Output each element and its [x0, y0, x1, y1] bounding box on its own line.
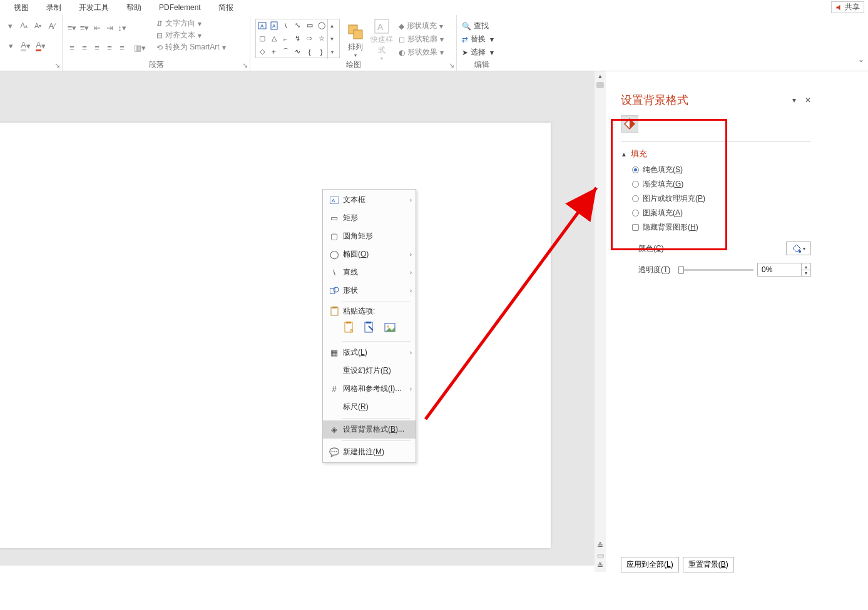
increase-font-icon[interactable]: A▴ — [18, 19, 30, 33]
numbering-icon[interactable]: ≡▾ — [79, 22, 90, 33]
cm-grid-guides[interactable]: # 网格和参考线(I)... › — [323, 380, 416, 398]
shape-star-icon[interactable]: ☆ — [315, 33, 327, 44]
align-text-button[interactable]: ⊟ 对齐文本 ▾ — [154, 29, 228, 41]
shape-fill-button[interactable]: ◆ 形状填充 ▾ — [397, 20, 445, 32]
columns-icon[interactable]: ▥▾ — [134, 42, 145, 53]
shape-outline-button[interactable]: ◻ 形状轮廓 ▾ — [397, 33, 445, 45]
cm-ruler[interactable]: 标尺(R) — [323, 398, 416, 416]
char-spacing-icon[interactable]: ▾ — [4, 39, 18, 53]
shapes-scroll-up[interactable]: ▲ — [328, 19, 336, 33]
paste-use-destination[interactable]: a — [342, 320, 358, 336]
align-center-icon[interactable]: ≡ — [79, 42, 90, 53]
scroll-thumb[interactable] — [596, 82, 604, 88]
shape-arrow-icon[interactable]: ⇨ — [304, 33, 315, 44]
clear-format-icon[interactable]: A⁄ — [46, 19, 58, 33]
select-button[interactable]: ➤ 选择 ▾ — [461, 46, 503, 58]
reset-background-button[interactable]: 重置背景(B) — [683, 557, 734, 572]
cm-textbox[interactable]: A 文本框 › — [323, 191, 416, 209]
shape-arc-icon[interactable]: ⌒ — [280, 46, 292, 58]
slider-knob[interactable] — [678, 266, 684, 274]
decrease-font-icon[interactable]: A▾ — [32, 19, 44, 33]
color-picker-button[interactable]: ▾ — [786, 241, 811, 255]
paragraph-dialog-launcher[interactable]: ↘ — [241, 62, 248, 69]
shape-round-rect-icon[interactable]: ▢ — [256, 33, 268, 44]
shape-double-line-icon[interactable]: ⤡ — [292, 19, 304, 31]
transparency-spinner[interactable]: ▲ ▼ — [757, 263, 811, 277]
gradient-fill-radio[interactable]: 渐变填充(G) — [632, 179, 811, 190]
shape-brace-left-icon[interactable]: { — [304, 46, 315, 58]
paste-picture[interactable] — [382, 320, 398, 336]
hide-bg-checkbox[interactable]: 隐藏背景图形(H) — [632, 222, 811, 233]
shapes-gallery[interactable]: A A \ ⤡ ▭ ◯ ▢ △ ⌐ ↯ ⇨ — [255, 19, 340, 58]
cm-line[interactable]: \ 直线 › — [323, 263, 416, 282]
tab-pdfelement[interactable]: PDFelement — [150, 2, 210, 13]
cm-rounded-rect[interactable]: ▢ 圆角矩形 — [323, 227, 416, 245]
font-color-icon[interactable]: A▾ — [34, 39, 48, 53]
shape-curve-icon[interactable]: ∿ — [292, 46, 304, 58]
replace-button[interactable]: ⇄ 替换 ▾ — [461, 33, 503, 45]
text-direction-button[interactable]: ⇵ 文字方向 ▾ — [154, 18, 228, 29]
shape-vtextbox-icon[interactable]: A — [268, 19, 280, 31]
shape-effects-button[interactable]: ◐ 形状效果 ▾ — [397, 46, 445, 58]
pane-options-icon[interactable]: ▾ — [792, 96, 796, 104]
transparency-slider[interactable] — [678, 269, 753, 271]
shape-brace-right-icon[interactable]: } — [315, 46, 327, 58]
find-button[interactable]: 🔍 查找 — [461, 20, 503, 32]
shape-plus-icon[interactable]: ＋ — [268, 46, 280, 58]
shapes-scroll-down[interactable]: ▼ — [328, 33, 336, 46]
fill-tab-icon[interactable] — [621, 115, 638, 133]
increase-indent-icon[interactable]: ⇥ — [104, 22, 115, 33]
shape-oval-icon[interactable]: ◯ — [315, 19, 327, 31]
slide-menu-icon[interactable]: ▭ — [595, 551, 606, 561]
shapes-expand[interactable]: ▾ — [328, 46, 336, 59]
shape-rect-icon[interactable]: ▭ — [304, 19, 315, 31]
line-spacing-icon[interactable]: ↕▾ — [116, 22, 128, 33]
shape-textbox-icon[interactable]: A — [256, 19, 268, 31]
shape-line-icon[interactable]: \ — [280, 19, 292, 31]
solid-fill-radio[interactable]: 纯色填充(S) — [632, 165, 811, 175]
shape-zigzag-icon[interactable]: ↯ — [292, 33, 304, 44]
cm-rectangle[interactable]: ▭ 矩形 — [323, 209, 416, 227]
spin-down-icon[interactable]: ▼ — [802, 270, 810, 276]
prev-slide-icon[interactable]: ≙ — [595, 541, 606, 551]
paste-keep-source[interactable] — [362, 320, 378, 336]
picture-fill-radio[interactable]: 图片或纹理填充(P) — [632, 193, 811, 204]
tab-record[interactable]: 录制 — [38, 1, 70, 14]
font-dialog-launcher[interactable]: ↘ — [53, 62, 61, 69]
convert-smartart-button[interactable]: ⟲ 转换为 SmartArt ▾ — [154, 41, 228, 53]
slide-canvas[interactable] — [0, 123, 551, 548]
shape-diamond-icon[interactable]: ◇ — [256, 46, 268, 58]
align-justify-icon[interactable]: ≡ — [104, 42, 115, 53]
close-icon[interactable]: ✕ — [805, 96, 811, 104]
cm-format-background[interactable]: ◈ 设置背景格式(B)... — [323, 420, 416, 439]
tab-devtools[interactable]: 开发工具 — [70, 1, 118, 14]
fill-section-header[interactable]: ▲ 填充 — [621, 148, 811, 160]
align-right-icon[interactable]: ≡ — [91, 42, 103, 53]
arrange-button[interactable]: 排列 ▾ — [342, 18, 369, 61]
quick-styles-button[interactable]: A 快速样式 ▾ — [369, 18, 395, 61]
bullets-icon[interactable]: ≡▾ — [66, 22, 78, 33]
font-menu-partial[interactable]: ▾ — [4, 19, 16, 33]
cm-reset-slide[interactable]: 重设幻灯片(R) — [323, 362, 416, 380]
tab-view[interactable]: 视图 — [5, 1, 38, 14]
drawing-dialog-launcher[interactable]: ↘ — [447, 62, 455, 69]
collapse-ribbon-icon[interactable]: ⌄ — [858, 55, 864, 64]
cm-layout[interactable]: ▦ 版式(L) › — [323, 343, 416, 362]
highlight-color-icon[interactable]: A▾ — [19, 39, 33, 53]
decrease-indent-icon[interactable]: ⇤ — [91, 22, 103, 33]
align-left-icon[interactable]: ≡ — [66, 42, 78, 53]
distribute-icon[interactable]: ≡ — [116, 42, 128, 53]
tab-help[interactable]: 帮助 — [118, 1, 150, 14]
apply-to-all-button[interactable]: 应用到全部(L) — [621, 557, 679, 572]
shape-triangle-icon[interactable]: △ — [268, 33, 280, 44]
pattern-fill-radio[interactable]: 图案填充(A) — [632, 208, 811, 218]
scroll-up-icon[interactable]: ▲ — [595, 71, 606, 81]
share-button[interactable]: 共享 — [831, 1, 864, 13]
cm-new-comment[interactable]: 💬 新建批注(M) — [323, 443, 416, 461]
transparency-input[interactable] — [758, 265, 801, 275]
tab-briefing[interactable]: 简报 — [210, 1, 242, 14]
next-slide-icon[interactable]: ≚ — [595, 561, 606, 571]
spin-up-icon[interactable]: ▲ — [802, 263, 810, 270]
cm-shape[interactable]: 形状 › — [323, 282, 416, 300]
cm-oval[interactable]: ◯ 椭圆(O) › — [323, 245, 416, 263]
